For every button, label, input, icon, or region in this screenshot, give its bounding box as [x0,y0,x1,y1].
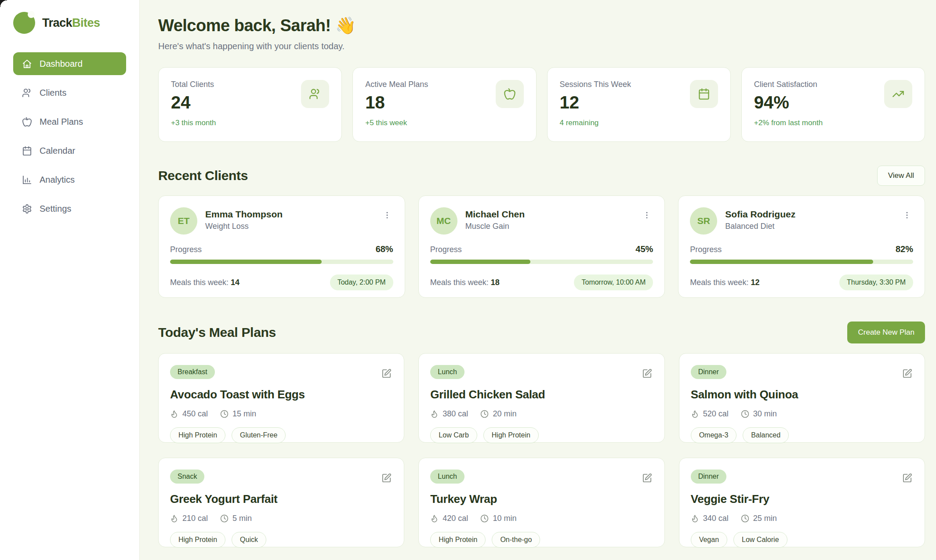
meal-plans-header: Today's Meal Plans Create New Plan [158,322,925,343]
next-session-badge: Tomorrow, 10:00 AM [574,275,653,290]
flame-icon [170,514,178,523]
calories-info: 210 cal [170,514,208,523]
progress-label: Progress [430,245,462,254]
client-goal: Weight Loss [205,222,283,231]
flame-icon [691,410,699,418]
client-name: Michael Chen [465,209,525,220]
clock-icon [220,514,229,523]
diet-tag: Low Carb [430,427,477,443]
meal-name: Salmon with Quinoa [691,388,913,401]
more-options-button[interactable] [641,209,653,223]
client-card: SR Sofia Rodriguez Balanced Diet Progres… [678,195,925,298]
ellipsis-vertical-icon [383,211,392,220]
calendar-icon [22,146,32,156]
edit-icon [642,369,652,379]
calories-info: 380 cal [430,409,468,419]
stat-value: 94% [754,93,823,112]
clock-icon [480,410,489,418]
sidebar-item-clients[interactable]: Clients [13,81,126,104]
flame-icon [691,514,699,523]
meal-type-badge: Lunch [430,470,464,484]
meals-this-week: Meals this week: 18 [430,278,500,287]
avatar: MC [430,207,457,235]
diet-tag: Balanced [743,427,789,443]
edit-meal-button[interactable] [641,368,653,381]
progress-value: 45% [635,244,653,254]
edit-icon [902,369,912,379]
meal-card: Dinner Veggie Stir-Fry 340 cal 25 min Ve… [679,458,925,547]
progress-label: Progress [170,245,202,254]
meal-cards-grid: Breakfast Avocado Toast with Eggs 450 ca… [158,353,925,547]
view-all-button[interactable]: View All [877,166,925,186]
stat-delta: +5 this week [365,119,428,127]
flame-icon [430,410,439,418]
diet-tag: Quick [232,532,266,548]
meal-type-badge: Lunch [430,365,464,379]
meal-card: Dinner Salmon with Quinoa 520 cal 30 min… [679,353,925,443]
meal-type-badge: Snack [170,470,204,484]
window-corner [0,0,7,7]
diet-tag: Gluten-Free [232,427,286,443]
edit-meal-button[interactable] [901,472,913,485]
bar-chart-icon [22,175,32,185]
clock-icon [220,410,229,418]
stat-card-total-clients: Total Clients 24 +3 this month [158,67,342,142]
flame-icon [170,410,178,418]
sidebar-item-analytics[interactable]: Analytics [13,168,126,191]
sidebar-item-meal-plans[interactable]: Meal Plans [13,110,126,133]
meal-card: Lunch Grilled Chicken Salad 380 cal 20 m… [418,353,664,443]
more-options-button[interactable] [381,209,393,223]
edit-meal-button[interactable] [641,472,653,485]
brand-name: TrackBites [42,16,100,30]
edit-meal-button[interactable] [901,368,913,381]
stat-delta: +2% from last month [754,119,823,127]
edit-icon [642,473,652,483]
stat-value: 24 [171,93,216,112]
sidebar-item-dashboard[interactable]: Dashboard [13,52,126,75]
progress-value: 68% [376,244,393,254]
diet-tag: High Protein [170,532,225,548]
edit-meal-button[interactable] [381,472,392,485]
prep-time-info: 5 min [220,514,252,523]
diet-tag: Omega-3 [691,427,737,443]
home-icon [22,59,32,69]
wave-emoji: 👋 [335,16,356,35]
edit-meal-button[interactable] [381,368,392,381]
avatar: ET [170,207,197,235]
prep-time-info: 30 min [741,409,777,419]
ellipsis-vertical-icon [642,211,651,220]
diet-tag: On-the-go [492,532,540,548]
apple-icon [496,80,524,108]
meal-name: Greek Yogurt Parfait [170,492,392,506]
meal-name: Avocado Toast with Eggs [170,388,392,401]
client-name: Sofia Rodriguez [725,209,795,220]
meal-name: Grilled Chicken Salad [430,388,653,401]
calories-info: 520 cal [691,409,729,419]
brand-logo: TrackBites [13,12,126,34]
next-session-badge: Thursday, 3:30 PM [839,275,913,290]
progress-bar [690,260,913,264]
meal-card: Lunch Turkey Wrap 420 cal 10 min High Pr… [418,458,664,547]
progress-bar [170,260,393,264]
main-content: Welcome back, Sarah! 👋 Here's what's hap… [140,0,936,560]
clock-icon [741,514,749,523]
next-session-badge: Today, 2:00 PM [330,275,393,290]
meal-card: Snack Greek Yogurt Parfait 210 cal 5 min… [158,458,404,547]
calories-info: 420 cal [430,514,468,523]
calories-info: 450 cal [170,409,208,419]
recent-clients-title: Recent Clients [158,168,248,183]
client-goal: Balanced Diet [725,222,795,231]
meal-name: Turkey Wrap [430,492,653,506]
create-new-plan-button[interactable]: Create New Plan [847,322,925,343]
ellipsis-vertical-icon [903,211,911,220]
trending-up-icon [884,80,912,108]
logo-apple-icon [13,12,35,34]
page-title: Welcome back, Sarah! 👋 [158,16,925,35]
stat-card-active-meal-plans: Active Meal Plans 18 +5 this week [352,67,536,142]
more-options-button[interactable] [901,209,913,223]
stat-card-satisfaction: Client Satisfaction 94% +2% from last mo… [741,67,925,142]
sidebar-item-calendar[interactable]: Calendar [13,139,126,162]
stat-card-sessions: Sessions This Week 12 4 remaining [547,67,731,142]
sidebar: TrackBites Dashboard Clients Meal Plans … [0,0,140,560]
sidebar-item-settings[interactable]: Settings [13,197,126,220]
